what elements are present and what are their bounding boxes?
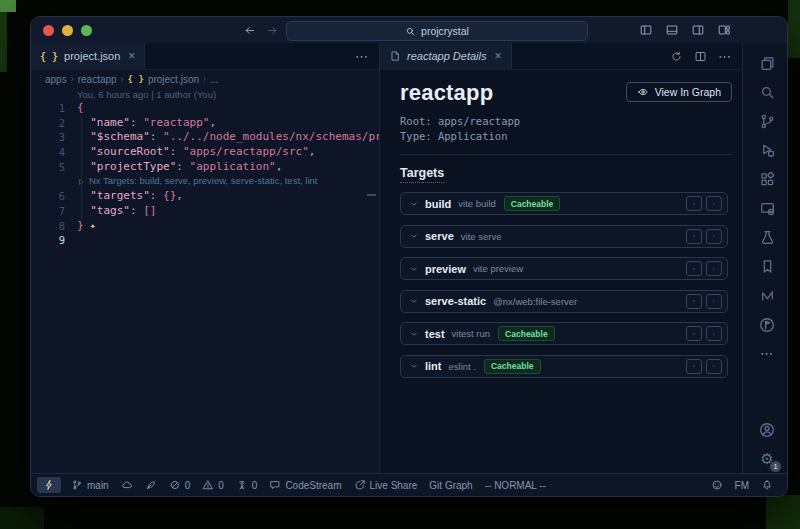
bell-icon xyxy=(761,479,773,491)
status-cloud[interactable] xyxy=(115,479,139,491)
project-flag-icon[interactable] xyxy=(743,310,788,339)
chevron-down-icon[interactable] xyxy=(409,231,419,241)
status-main[interactable]: main xyxy=(65,479,115,491)
maximize-window-button[interactable] xyxy=(81,25,92,36)
overview-ruler-marker xyxy=(367,194,376,196)
chevron-down-icon[interactable] xyxy=(409,329,419,339)
status-bell[interactable] xyxy=(755,479,779,491)
status-0[interactable]: 0 xyxy=(230,479,264,491)
play-icon xyxy=(713,296,715,306)
status-git-graph[interactable]: Git Graph xyxy=(423,480,478,491)
breadcrumb-item[interactable]: reactapp xyxy=(78,74,117,85)
tab-project-json[interactable]: { } project.json × xyxy=(31,43,145,69)
target-command: eslint . xyxy=(449,361,476,372)
close-tab-icon[interactable]: × xyxy=(128,49,135,63)
status-normal[interactable]: -- NORMAL -- xyxy=(479,480,552,491)
run-and-debug-icon[interactable] xyxy=(743,136,788,165)
bird-icon xyxy=(145,479,157,491)
settings-gear-icon[interactable]: ⚙ 1 xyxy=(743,444,788,473)
target-row-serve[interactable]: servevite serve xyxy=(400,225,728,248)
run-target-button[interactable] xyxy=(706,229,722,244)
toggle-sidebar-icon[interactable] xyxy=(639,23,653,37)
wallpaper-accent xyxy=(0,12,7,72)
breadcrumb-item[interactable]: project.json xyxy=(148,74,199,85)
run-target-button[interactable] xyxy=(706,359,722,374)
target-row-serve-static[interactable]: serve-static@nx/web:file-server xyxy=(400,290,728,313)
more-actions-icon[interactable]: ⋯ xyxy=(718,49,732,64)
code-editor[interactable]: You, 6 hours ago | 1 author (You) 1{2 "n… xyxy=(31,88,379,473)
more-actions-icon[interactable]: ⋯ xyxy=(355,49,369,64)
code-token: "targets" xyxy=(90,189,150,202)
search-view-icon[interactable] xyxy=(743,78,788,107)
chevron-down-icon[interactable] xyxy=(409,361,419,371)
status-label: FM xyxy=(735,480,749,491)
target-row-test[interactable]: testvitest runCacheable xyxy=(400,322,728,345)
chevron-down-icon[interactable] xyxy=(409,296,419,306)
bolt-icon xyxy=(43,479,55,491)
target-command: vite build xyxy=(458,198,496,209)
wallpaper-accent xyxy=(0,507,44,529)
run-target-button[interactable] xyxy=(706,196,722,211)
status-0[interactable]: 0 xyxy=(196,479,230,491)
minimize-window-button[interactable] xyxy=(62,25,73,36)
toggle-panel-icon[interactable] xyxy=(665,23,679,37)
close-window-button[interactable] xyxy=(43,25,54,36)
breadcrumb-item[interactable]: ... xyxy=(210,74,218,85)
code-token: : xyxy=(150,130,163,143)
status-fm[interactable]: FM xyxy=(729,480,755,491)
navigate-back-icon[interactable] xyxy=(243,24,256,37)
status-0[interactable]: 0 xyxy=(163,479,197,491)
project-title: reactapp xyxy=(400,80,493,106)
target-row-build[interactable]: buildvite buildCacheable xyxy=(400,192,728,215)
explorer-icon[interactable] xyxy=(743,49,788,78)
source-control-icon[interactable] xyxy=(743,107,788,136)
close-tab-icon[interactable]: × xyxy=(495,49,502,63)
refresh-icon[interactable] xyxy=(670,50,683,63)
run-target-button[interactable] xyxy=(706,261,722,276)
cacheable-badge: Cacheable xyxy=(484,359,541,374)
view-target-config-button[interactable] xyxy=(686,359,702,374)
breadcrumb-separator: › xyxy=(121,74,124,84)
code-token: : xyxy=(170,145,183,158)
wallpaper-accent xyxy=(788,0,800,58)
view-in-graph-button[interactable]: View In Graph xyxy=(626,82,732,102)
accounts-icon[interactable] xyxy=(743,415,788,444)
status-codestream[interactable]: CodeStream xyxy=(263,479,347,491)
remote-explorer-icon[interactable] xyxy=(743,194,788,223)
breadcrumb-separator: › xyxy=(71,74,74,84)
command-center-search[interactable]: projcrystal xyxy=(286,21,588,41)
testing-beaker-icon[interactable] xyxy=(743,223,788,252)
target-row-preview[interactable]: previewvite preview xyxy=(400,257,728,280)
target-row-lint[interactable]: linteslint .Cacheable xyxy=(400,355,728,378)
chevron-down-icon[interactable] xyxy=(409,199,419,209)
play-icon xyxy=(713,361,715,371)
status-label: CodeStream xyxy=(285,480,341,491)
view-target-config-button[interactable] xyxy=(686,261,702,276)
extensions-icon[interactable] xyxy=(743,165,788,194)
bookmarks-icon[interactable] xyxy=(743,252,788,281)
breadcrumb-item[interactable]: apps xyxy=(45,74,67,85)
status-live-share[interactable]: Live Share xyxy=(348,479,424,491)
customize-layout-icon[interactable] xyxy=(717,23,731,37)
view-target-config-button[interactable] xyxy=(686,229,702,244)
view-target-config-button[interactable] xyxy=(686,326,702,341)
status-bolt[interactable] xyxy=(37,477,61,493)
additional-views-icon[interactable]: ⋯ xyxy=(743,339,788,368)
navigate-forward-icon[interactable] xyxy=(266,24,279,37)
nx-targets-codelens[interactable]: Nx Targets: build, serve, preview, serve… xyxy=(89,174,317,189)
tab-reactapp-details[interactable]: reactapp Details × xyxy=(380,43,512,69)
file-icon xyxy=(389,50,401,62)
split-editor-icon[interactable] xyxy=(694,50,707,63)
nx-console-icon[interactable] xyxy=(743,281,788,310)
targets-list: buildvite buildCacheableservevite servep… xyxy=(400,192,732,378)
chevron-down-icon[interactable] xyxy=(409,264,419,274)
code-token: } xyxy=(77,219,84,232)
status-bird[interactable] xyxy=(139,479,163,491)
view-target-config-button[interactable] xyxy=(686,196,702,211)
run-target-button[interactable] xyxy=(706,294,722,309)
status-label: Git Graph xyxy=(429,480,472,491)
run-target-button[interactable] xyxy=(706,326,722,341)
view-target-config-button[interactable] xyxy=(686,294,702,309)
status-smiley[interactable] xyxy=(705,479,729,491)
toggle-secondary-sidebar-icon[interactable] xyxy=(691,23,705,37)
